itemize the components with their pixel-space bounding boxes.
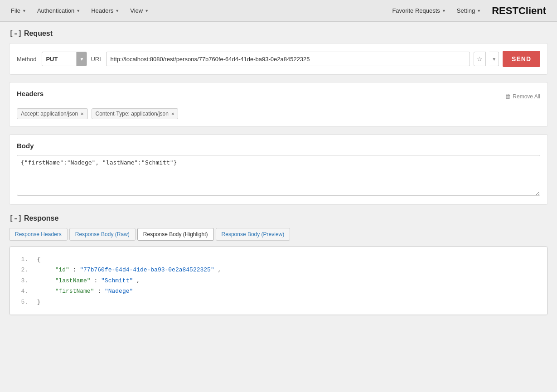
json-comma-1: , bbox=[218, 266, 222, 273]
json-open-brace: { bbox=[37, 256, 41, 263]
nav-favorite-requests-label: Favorite Requests bbox=[392, 7, 440, 14]
header-tags: Accept: application/json × Content-Type:… bbox=[17, 108, 540, 119]
nav-headers[interactable]: Headers ▼ bbox=[86, 0, 125, 21]
tab-response-headers[interactable]: Response Headers bbox=[9, 228, 68, 241]
request-toggle[interactable]: [-] Request bbox=[9, 29, 548, 38]
header-tag-content-type: Content-Type: application/json × bbox=[92, 108, 179, 119]
request-title: Request bbox=[24, 29, 53, 38]
request-section: [-] Request Method PUT ▼ URL ☆ ▼ SEND bbox=[9, 29, 548, 205]
nav-setting[interactable]: Setting ▼ bbox=[451, 0, 486, 21]
response-body-content: 1. { 2. "id" : "77b760fe-64d4-41de-ba93-… bbox=[10, 247, 547, 315]
tab-response-body-raw[interactable]: Response Body (Raw) bbox=[69, 228, 136, 241]
body-textarea[interactable] bbox=[17, 155, 540, 196]
json-key-firstname: "firstName" bbox=[55, 288, 94, 295]
favorite-star-button[interactable]: ☆ bbox=[474, 52, 486, 66]
tab-response-body-highlight[interactable]: Response Body (Highlight) bbox=[137, 228, 214, 241]
json-close-brace: } bbox=[37, 299, 41, 305]
response-toggle-bracket: [-] bbox=[9, 214, 22, 223]
response-title: Response bbox=[24, 214, 58, 223]
method-select[interactable]: PUT ▼ bbox=[42, 52, 87, 66]
response-line-5: 5. } bbox=[15, 297, 542, 307]
response-body-card: 1. { 2. "id" : "77b760fe-64d4-41de-ba93-… bbox=[9, 246, 548, 315]
response-line-3: 3. "lastName" : "Schmitt" , bbox=[15, 276, 542, 286]
nav-authentication[interactable]: Authentication ▼ bbox=[32, 0, 86, 21]
line-num-1: 1. bbox=[15, 254, 28, 265]
nav-authentication-arrow: ▼ bbox=[76, 9, 80, 13]
star-icon: ☆ bbox=[477, 55, 483, 63]
request-toggle-bracket: [-] bbox=[9, 29, 22, 38]
json-comma-2: , bbox=[136, 277, 140, 284]
main-content: [-] Request Method PUT ▼ URL ☆ ▼ SEND bbox=[0, 22, 557, 330]
response-tabs: Response Headers Response Body (Raw) Res… bbox=[9, 228, 548, 241]
json-colon-3: : bbox=[97, 288, 105, 295]
tab-response-body-preview[interactable]: Response Body (Preview) bbox=[216, 228, 291, 241]
response-line-2: 2. "id" : "77b760fe-64d4-41de-ba93-0e2a8… bbox=[15, 265, 542, 275]
nav-view-label: View bbox=[130, 7, 143, 14]
response-line-1: 1. { bbox=[15, 254, 542, 265]
nav-setting-arrow: ▼ bbox=[477, 9, 481, 13]
favorite-dropdown-button[interactable]: ▼ bbox=[489, 52, 499, 66]
nav-view[interactable]: View ▼ bbox=[125, 0, 154, 21]
json-key-lastname: "lastName" bbox=[55, 277, 91, 284]
header-tag-accept-label: Accept: application/json bbox=[21, 111, 78, 117]
nav-setting-label: Setting bbox=[457, 7, 475, 14]
json-key-id: "id" bbox=[55, 266, 69, 273]
body-card: Body bbox=[9, 134, 548, 205]
nav-favorite-requests[interactable]: Favorite Requests ▼ bbox=[387, 0, 451, 21]
url-input[interactable] bbox=[106, 52, 470, 66]
url-label: URL bbox=[91, 56, 102, 63]
request-card: Method PUT ▼ URL ☆ ▼ SEND bbox=[9, 43, 548, 75]
method-dropdown-arrow[interactable]: ▼ bbox=[76, 52, 87, 66]
header-tag-accept-close[interactable]: × bbox=[81, 111, 83, 116]
json-colon-1: : bbox=[73, 266, 80, 273]
json-value-firstname: "Nadege" bbox=[105, 288, 133, 295]
headers-title: Headers bbox=[17, 90, 44, 97]
response-line-4: 4. "firstName" : "Nadege" bbox=[15, 286, 542, 296]
navbar: File ▼ Authentication ▼ Headers ▼ View ▼… bbox=[0, 0, 557, 22]
nav-authentication-label: Authentication bbox=[37, 7, 74, 14]
headers-card-header: Headers 🗑 Remove All bbox=[17, 90, 540, 103]
remove-all-label: Remove All bbox=[513, 93, 540, 100]
method-label: Method bbox=[17, 56, 36, 63]
header-tag-accept: Accept: application/json × bbox=[17, 108, 88, 119]
nav-file[interactable]: File ▼ bbox=[5, 0, 32, 21]
app-brand: RESTClient bbox=[486, 5, 552, 17]
nav-headers-label: Headers bbox=[91, 7, 113, 14]
method-value: PUT bbox=[46, 56, 76, 63]
line-num-3: 3. bbox=[15, 276, 28, 286]
json-value-lastname: "Schmitt" bbox=[101, 277, 133, 284]
json-colon-2: : bbox=[94, 277, 101, 284]
fav-dropdown-arrow-icon: ▼ bbox=[492, 57, 496, 62]
response-section: [-] Response Response Headers Response B… bbox=[9, 214, 548, 315]
response-toggle[interactable]: [-] Response bbox=[9, 214, 548, 223]
request-row: Method PUT ▼ URL ☆ ▼ SEND bbox=[17, 51, 540, 67]
nav-favorite-requests-arrow: ▼ bbox=[442, 9, 446, 13]
line-num-4: 4. bbox=[15, 286, 28, 296]
headers-card: Headers 🗑 Remove All Accept: application… bbox=[9, 82, 548, 127]
body-title: Body bbox=[17, 142, 540, 150]
trash-icon: 🗑 bbox=[505, 93, 511, 100]
nav-file-arrow: ▼ bbox=[22, 9, 26, 13]
send-button[interactable]: SEND bbox=[503, 51, 540, 67]
remove-all-button[interactable]: 🗑 Remove All bbox=[505, 93, 540, 100]
nav-view-arrow: ▼ bbox=[145, 9, 149, 13]
header-tag-content-type-close[interactable]: × bbox=[171, 111, 174, 116]
nav-file-label: File bbox=[11, 7, 20, 14]
json-value-id: "77b760fe-64d4-41de-ba93-0e2a84522325" bbox=[80, 266, 214, 273]
line-num-5: 5. bbox=[15, 297, 28, 307]
line-num-2: 2. bbox=[15, 265, 28, 275]
nav-headers-arrow: ▼ bbox=[115, 9, 119, 13]
header-tag-content-type-label: Content-Type: application/json bbox=[96, 111, 169, 117]
